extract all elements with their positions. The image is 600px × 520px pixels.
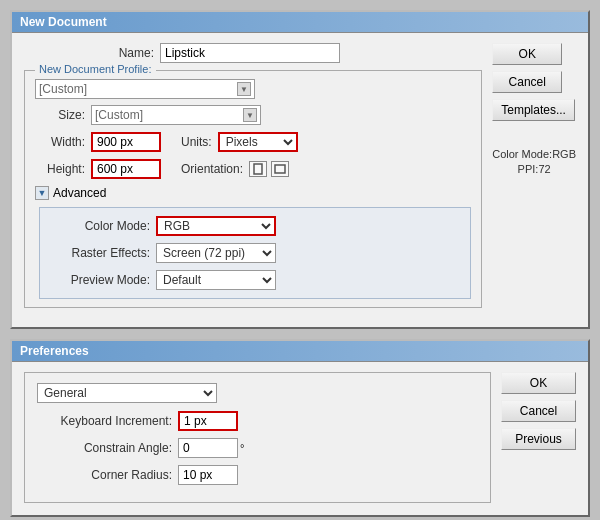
new-document-title: New Document — [12, 12, 588, 33]
units-label: Units: — [181, 135, 212, 149]
keyboard-increment-label: Keyboard Increment: — [37, 414, 172, 428]
color-info-block: Color Mode:RGB PPI:72 — [492, 147, 576, 178]
cancel-button[interactable]: Cancel — [492, 71, 562, 93]
constrain-angle-input[interactable] — [178, 438, 238, 458]
preview-mode-label: Preview Mode: — [50, 273, 150, 287]
preferences-ok-button[interactable]: OK — [501, 372, 576, 394]
preview-mode-dropdown[interactable]: Default Pixel Overprint — [156, 270, 276, 290]
width-row: Width: Units: Pixels Inches cm mm — [35, 132, 471, 152]
size-dropdown-arrow[interactable]: ▼ — [243, 108, 257, 122]
ppi-info: PPI:72 — [492, 162, 576, 177]
corner-radius-input[interactable] — [178, 465, 238, 485]
profile-row: [Custom] ▼ — [35, 79, 471, 99]
profile-value: [Custom] — [39, 82, 87, 96]
name-row: Name: — [24, 43, 482, 63]
height-row: Height: Orientation: — [35, 159, 471, 179]
height-label: Height: — [35, 162, 85, 176]
keyboard-increment-row: Keyboard Increment: — [37, 411, 478, 431]
svg-rect-1 — [275, 165, 285, 173]
name-label: Name: — [24, 46, 154, 60]
constrain-angle-row: Constrain Angle: ° — [37, 438, 478, 458]
advanced-section: Color Mode: RGB CMYK Grayscale Raster Ef… — [39, 207, 471, 299]
new-document-main: Name: New Document Profile: [Custom] ▼ S… — [24, 43, 482, 315]
width-input[interactable] — [91, 132, 161, 152]
size-dropdown[interactable]: [Custom] ▼ — [91, 105, 261, 125]
preferences-dialog: Preferences General Keyboard Increment: … — [10, 339, 590, 517]
previous-button[interactable]: Previous — [501, 428, 576, 450]
profile-group: New Document Profile: [Custom] ▼ Size: [… — [24, 70, 482, 308]
units-dropdown[interactable]: Pixels Inches cm mm — [218, 132, 298, 152]
preferences-cancel-button[interactable]: Cancel — [501, 400, 576, 422]
preferences-main: General Keyboard Increment: Constrain An… — [24, 372, 491, 503]
portrait-icon[interactable] — [249, 161, 267, 177]
size-value: [Custom] — [95, 108, 143, 122]
advanced-label: Advanced — [53, 186, 106, 200]
height-input[interactable] — [91, 159, 161, 179]
profile-group-label: New Document Profile: — [35, 63, 156, 75]
orientation-controls — [249, 161, 289, 177]
color-mode-label: Color Mode: — [50, 219, 150, 233]
raster-effects-dropdown[interactable]: Screen (72 ppi) Medium (150 ppi) High (3… — [156, 243, 276, 263]
size-row: Size: [Custom] ▼ — [35, 105, 471, 125]
section-selector-row: General — [37, 383, 478, 403]
orientation-label: Orientation: — [181, 162, 243, 176]
raster-effects-row: Raster Effects: Screen (72 ppi) Medium (… — [50, 243, 460, 263]
new-document-dialog: New Document Name: New Document Profile:… — [10, 10, 590, 329]
degree-symbol: ° — [240, 442, 244, 454]
keyboard-increment-input[interactable] — [178, 411, 238, 431]
svg-rect-0 — [254, 164, 262, 174]
collapse-button[interactable]: ▼ — [35, 186, 49, 200]
preferences-group: General Keyboard Increment: Constrain An… — [24, 372, 491, 503]
preferences-title: Preferences — [12, 341, 588, 362]
size-label: Size: — [35, 108, 85, 122]
profile-dropdown[interactable]: [Custom] ▼ — [35, 79, 255, 99]
landscape-icon[interactable] — [271, 161, 289, 177]
advanced-header[interactable]: ▼ Advanced — [35, 186, 471, 200]
raster-effects-label: Raster Effects: — [50, 246, 150, 260]
templates-button[interactable]: Templates... — [492, 99, 575, 121]
corner-radius-row: Corner Radius: — [37, 465, 478, 485]
ok-button[interactable]: OK — [492, 43, 562, 65]
width-label: Width: — [35, 135, 85, 149]
color-mode-dropdown[interactable]: RGB CMYK Grayscale — [156, 216, 276, 236]
profile-dropdown-arrow[interactable]: ▼ — [237, 82, 251, 96]
name-input[interactable] — [160, 43, 340, 63]
corner-radius-label: Corner Radius: — [37, 468, 172, 482]
color-mode-row: Color Mode: RGB CMYK Grayscale — [50, 216, 460, 236]
constrain-angle-label: Constrain Angle: — [37, 441, 172, 455]
color-mode-info: Color Mode:RGB — [492, 147, 576, 162]
preview-mode-row: Preview Mode: Default Pixel Overprint — [50, 270, 460, 290]
section-selector[interactable]: General — [37, 383, 217, 403]
